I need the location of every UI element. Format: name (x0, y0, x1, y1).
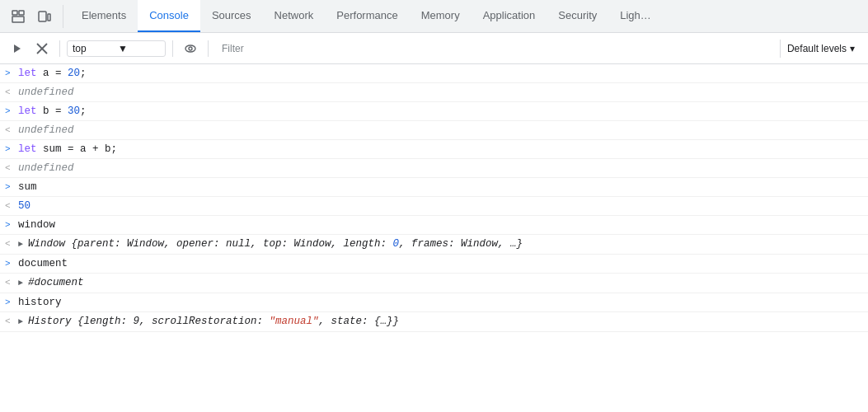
expand-icon[interactable]: ► (18, 276, 28, 291)
device-toolbar-icon[interactable] (33, 5, 56, 28)
svg-rect-0 (12, 11, 17, 15)
input-arrow: > (0, 179, 15, 194)
tab-memory[interactable]: Memory (410, 0, 472, 32)
tab-sources[interactable]: Sources (200, 0, 263, 32)
levels-label: Default levels (787, 43, 847, 54)
console-line: < ►History {length: 9, scrollRestoration… (0, 312, 868, 332)
console-line: < ►#document (0, 274, 868, 293)
console-line: < 50 (0, 197, 868, 216)
filter-input[interactable] (215, 40, 777, 58)
tab-list: Elements Console Sources Network Perform… (70, 0, 663, 32)
tab-bar: Elements Console Sources Network Perform… (0, 0, 868, 33)
context-dropdown-arrow: ▼ (118, 43, 160, 54)
tab-network[interactable]: Network (263, 0, 326, 32)
context-value: top (73, 43, 115, 54)
line-content: let a = 20; (15, 65, 868, 82)
output-arrow: < (0, 313, 15, 329)
svg-rect-2 (19, 11, 24, 15)
tab-lighthouse[interactable]: Ligh… (608, 0, 663, 32)
console-line: > let sum = a + b; (0, 140, 868, 159)
tab-elements[interactable]: Elements (70, 0, 138, 32)
tab-application[interactable]: Application (472, 0, 547, 32)
log-levels-button[interactable]: Default levels ▾ (780, 40, 861, 58)
output-arrow: < (0, 236, 15, 251)
line-content: sum (15, 179, 868, 195)
tab-console[interactable]: Console (138, 0, 200, 32)
line-content: undefined (15, 160, 868, 176)
svg-rect-4 (48, 14, 50, 21)
svg-point-9 (189, 47, 192, 50)
input-arrow: > (0, 255, 15, 271)
console-line: > document (0, 255, 868, 274)
levels-arrow: ▾ (850, 43, 855, 54)
input-arrow: > (0, 294, 15, 310)
line-content: ►History {length: 9, scrollRestoration: … (15, 313, 868, 330)
input-arrow: > (0, 141, 15, 157)
console-line: > window (0, 216, 868, 235)
console-line: > let a = 20; (0, 64, 868, 83)
line-content: let sum = a + b; (15, 141, 868, 157)
line-content: undefined (15, 84, 868, 101)
toolbar-divider-1 (59, 40, 60, 57)
line-content: ►#document (15, 274, 868, 292)
console-line: > sum (0, 178, 868, 197)
output-arrow: < (0, 274, 15, 290)
svg-point-8 (185, 45, 195, 52)
console-line: > history (0, 293, 868, 312)
input-arrow: > (0, 217, 15, 232)
line-content: undefined (15, 122, 868, 138)
console-line: > let b = 30; (0, 102, 868, 121)
console-line: < undefined (0, 121, 868, 140)
inspect-element-icon[interactable] (7, 5, 30, 28)
output-arrow: < (0, 122, 15, 138)
expand-icon[interactable]: ► (18, 315, 28, 330)
expand-icon[interactable]: ► (18, 237, 28, 252)
console-line: < undefined (0, 83, 868, 102)
console-line: < undefined (0, 159, 868, 178)
devtools-icons (7, 5, 63, 28)
console-line: < ►Window {parent: Window, opener: null,… (0, 235, 868, 255)
input-arrow: > (0, 103, 15, 119)
toolbar-divider-3 (208, 40, 209, 57)
toolbar-divider-2 (172, 40, 173, 57)
output-arrow: < (0, 198, 15, 213)
tab-security[interactable]: Security (547, 0, 608, 32)
console-toolbar: top ▼ Default levels ▾ (0, 33, 868, 64)
console-output: > let a = 20; < undefined > let b = 30; … (0, 64, 868, 412)
line-content: let b = 30; (15, 103, 868, 119)
svg-marker-5 (14, 44, 21, 53)
input-arrow: > (0, 65, 15, 81)
eye-icon[interactable] (180, 38, 201, 59)
line-content: 50 (15, 198, 868, 214)
output-arrow: < (0, 160, 15, 176)
line-content: window (15, 217, 868, 233)
line-content: history (15, 294, 868, 311)
line-content: ►Window {parent: Window, opener: null, t… (15, 236, 868, 253)
run-script-icon[interactable] (7, 38, 28, 59)
context-selector[interactable]: top ▼ (67, 40, 166, 57)
tab-performance[interactable]: Performance (325, 0, 409, 32)
svg-rect-1 (12, 16, 24, 22)
svg-rect-3 (39, 12, 46, 21)
clear-console-icon[interactable] (31, 38, 53, 59)
output-arrow: < (0, 84, 15, 100)
line-content: document (15, 255, 868, 272)
